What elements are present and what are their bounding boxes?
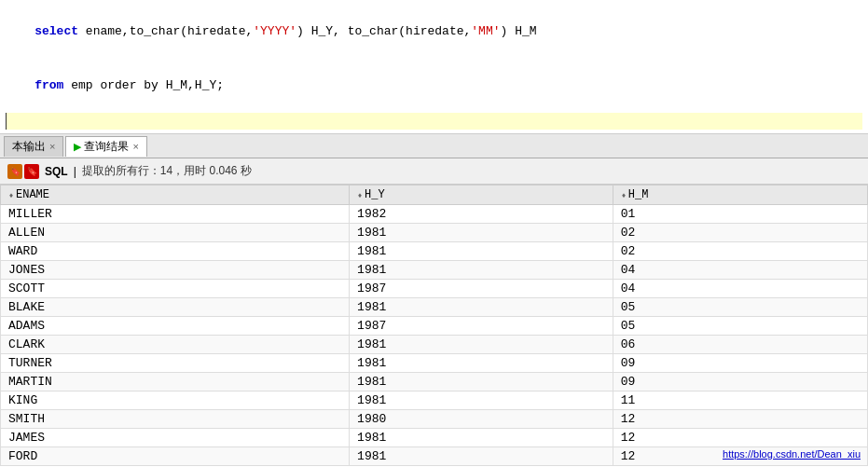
db-icon-2: 🔖 <box>24 164 39 179</box>
table-row: ADAMS198705 <box>1 317 868 336</box>
table-row: MARTIN198109 <box>1 373 868 391</box>
status-icons: 🔖 🔖 <box>7 164 39 179</box>
table-cell: 1980 <box>350 410 613 429</box>
table-cell: 12 <box>613 429 867 447</box>
table-cell: 09 <box>613 373 867 391</box>
table-cell: 1981 <box>350 261 613 280</box>
table-cell: FORD <box>1 447 350 466</box>
sql-editor[interactable]: select ename,to_char(hiredate,'YYYY') H_… <box>0 0 868 134</box>
sql-string-mm: 'MM' <box>471 24 500 38</box>
table-cell: 05 <box>613 317 867 336</box>
table-cell: 1987 <box>350 280 613 298</box>
sql-mid2: ) H_M <box>501 24 537 38</box>
table-cell: 05 <box>613 298 867 317</box>
table-row: MILLER198201 <box>1 205 868 224</box>
table-cell: 04 <box>613 280 867 298</box>
table-body: MILLER198201ALLEN198102WARD198102JONES19… <box>1 205 868 466</box>
table-row: KING198111 <box>1 391 868 410</box>
table-row: JAMES198112 <box>1 429 868 447</box>
table-cell: JONES <box>1 261 350 280</box>
table-cell: CLARK <box>1 336 350 354</box>
tab-output-close[interactable]: × <box>49 141 55 152</box>
table-cell: SCOTT <box>1 280 350 298</box>
results-table: ⬧ENAME ⬧H_Y ⬧H_M MILLER198201ALLEN198102… <box>0 185 868 466</box>
table-cell: 1981 <box>350 336 613 354</box>
table-cell: BLAKE <box>1 298 350 317</box>
table-row: JONES198104 <box>1 261 868 280</box>
tab-output-label: 本输出 <box>12 139 46 155</box>
col-header-ename[interactable]: ⬧ENAME <box>1 185 350 205</box>
table-row: CLARK198106 <box>1 336 868 354</box>
sql-rest: emp order by H_M,H_Y; <box>63 78 224 92</box>
sql-string-yyyy: 'YYYY' <box>253 24 296 38</box>
table-cell: 1981 <box>350 391 613 410</box>
play-icon: ▶ <box>74 141 81 153</box>
table-cell: 1981 <box>350 354 613 373</box>
col-header-hm[interactable]: ⬧H_M <box>613 185 867 205</box>
sort-icon-hy: ⬧ <box>357 190 363 200</box>
table-row: ALLEN198102 <box>1 224 868 242</box>
status-bar: 🔖 🔖 SQL | 提取的所有行：14，用时 0.046 秒 <box>0 158 868 185</box>
status-separator: | <box>74 165 76 178</box>
status-message: 提取的所有行：14，用时 0.046 秒 <box>82 163 252 179</box>
table-cell: SMITH <box>1 410 350 429</box>
table-header: ⬧ENAME ⬧H_Y ⬧H_M <box>1 185 868 205</box>
sql-line-2: from emp order by H_M,H_Y; <box>6 59 862 114</box>
table-row: SCOTT198704 <box>1 280 868 298</box>
sql-label: SQL <box>45 165 68 178</box>
table-cell: KING <box>1 391 350 410</box>
table-cell: TURNER <box>1 354 350 373</box>
sort-icon-ename: ⬧ <box>8 190 14 200</box>
col-header-hy[interactable]: ⬧H_Y <box>350 185 613 205</box>
sql-cursor <box>6 113 862 130</box>
table-row: WARD198102 <box>1 242 868 261</box>
table-cell: JAMES <box>1 429 350 447</box>
table-cell: 06 <box>613 336 867 354</box>
results-container: ⬧ENAME ⬧H_Y ⬧H_M MILLER198201ALLEN198102… <box>0 185 868 466</box>
table-cell: ADAMS <box>1 317 350 336</box>
tab-query-result[interactable]: ▶ 查询结果 × <box>65 136 146 157</box>
table-cell: 1981 <box>350 429 613 447</box>
tab-query-result-label: 查询结果 <box>84 139 129 155</box>
table-cell: 1982 <box>350 205 613 224</box>
tab-output[interactable]: 本输出 × <box>4 136 63 157</box>
sort-icon-hm: ⬧ <box>621 190 627 200</box>
table-cell: 04 <box>613 261 867 280</box>
table-cell: 1981 <box>350 298 613 317</box>
table-cell: 02 <box>613 224 867 242</box>
tab-query-result-close[interactable]: × <box>132 141 138 152</box>
keyword-select: select <box>34 24 78 38</box>
table-cell: 12 <box>613 410 867 429</box>
table-cell: 01 <box>613 205 867 224</box>
header-row: ⬧ENAME ⬧H_Y ⬧H_M <box>1 185 868 205</box>
table-cell: WARD <box>1 242 350 261</box>
db-icon-1: 🔖 <box>7 164 22 179</box>
table-cell: MARTIN <box>1 373 350 391</box>
table-cell: ALLEN <box>1 224 350 242</box>
watermark: https://blog.csdn.net/Dean_xiu <box>723 448 861 460</box>
keyword-from: from <box>34 78 63 92</box>
table-cell: 1981 <box>350 373 613 391</box>
sql-mid1: ) H_Y, to_char(hiredate, <box>296 24 471 38</box>
sql-line-1: select ename,to_char(hiredate,'YYYY') H_… <box>6 4 862 59</box>
sql-fields: ename,to_char(hiredate, <box>78 24 253 38</box>
table-cell: 09 <box>613 354 867 373</box>
table-row: BLAKE198105 <box>1 298 868 317</box>
table-row: TURNER198109 <box>1 354 868 373</box>
tab-bar: 本输出 × ▶ 查询结果 × <box>0 134 868 158</box>
table-cell: 1981 <box>350 242 613 261</box>
table-row: SMITH198012 <box>1 410 868 429</box>
table-cell: 1981 <box>350 224 613 242</box>
table-cell: MILLER <box>1 205 350 224</box>
table-cell: 02 <box>613 242 867 261</box>
table-cell: 1987 <box>350 317 613 336</box>
table-cell: 11 <box>613 391 867 410</box>
table-cell: 1981 <box>350 447 613 466</box>
